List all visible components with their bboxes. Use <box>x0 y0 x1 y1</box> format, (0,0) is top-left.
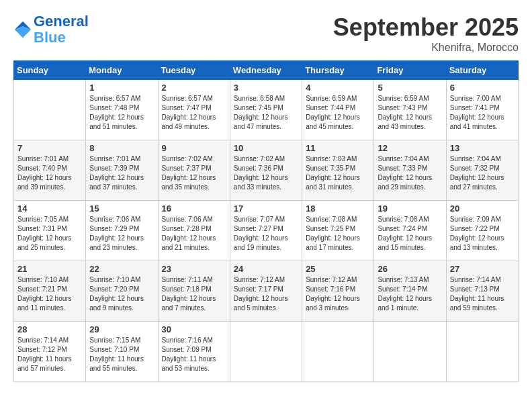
day-info: Sunrise: 6:59 AM Sunset: 7:43 PM Dayligh… <box>378 94 442 132</box>
day-number: 12 <box>378 143 442 153</box>
day-info: Sunrise: 7:10 AM Sunset: 7:20 PM Dayligh… <box>89 275 154 313</box>
calendar-cell: 15Sunrise: 7:06 AM Sunset: 7:29 PM Dayli… <box>86 201 158 261</box>
calendar-table: SundayMondayTuesdayWednesdayThursdayFrid… <box>13 60 519 382</box>
day-info: Sunrise: 7:09 AM Sunset: 7:22 PM Dayligh… <box>450 215 515 253</box>
calendar-cell: 8Sunrise: 7:01 AM Sunset: 7:39 PM Daylig… <box>86 140 158 201</box>
day-info: Sunrise: 6:58 AM Sunset: 7:45 PM Dayligh… <box>234 94 298 132</box>
day-info: Sunrise: 7:06 AM Sunset: 7:29 PM Dayligh… <box>89 215 154 253</box>
logo-line1: General <box>34 13 89 30</box>
day-info: Sunrise: 7:04 AM Sunset: 7:32 PM Dayligh… <box>450 154 515 192</box>
day-number: 28 <box>17 324 82 334</box>
day-number: 11 <box>306 143 370 153</box>
calendar-week-3: 14Sunrise: 7:05 AM Sunset: 7:31 PM Dayli… <box>14 201 519 261</box>
day-number: 30 <box>162 324 226 334</box>
day-info: Sunrise: 7:04 AM Sunset: 7:33 PM Dayligh… <box>378 154 442 192</box>
calendar-cell: 21Sunrise: 7:10 AM Sunset: 7:21 PM Dayli… <box>14 261 86 322</box>
day-number: 7 <box>17 143 82 153</box>
calendar-cell <box>302 322 374 382</box>
day-info: Sunrise: 7:12 AM Sunset: 7:17 PM Dayligh… <box>234 275 298 313</box>
day-info: Sunrise: 7:16 AM Sunset: 7:09 PM Dayligh… <box>162 336 226 373</box>
day-info: Sunrise: 6:57 AM Sunset: 7:48 PM Dayligh… <box>89 94 154 132</box>
calendar-week-2: 7Sunrise: 7:01 AM Sunset: 7:40 PM Daylig… <box>14 140 519 201</box>
calendar-cell: 6Sunrise: 7:00 AM Sunset: 7:41 PM Daylig… <box>446 80 518 140</box>
calendar-cell: 29Sunrise: 7:15 AM Sunset: 7:10 PM Dayli… <box>86 322 158 382</box>
day-info: Sunrise: 7:02 AM Sunset: 7:36 PM Dayligh… <box>234 154 298 192</box>
calendar-cell: 2Sunrise: 6:57 AM Sunset: 7:47 PM Daylig… <box>158 80 230 140</box>
calendar-week-5: 28Sunrise: 7:14 AM Sunset: 7:12 PM Dayli… <box>14 322 519 382</box>
day-info: Sunrise: 7:05 AM Sunset: 7:31 PM Dayligh… <box>17 215 82 253</box>
day-number: 15 <box>89 203 154 214</box>
day-number: 1 <box>89 83 154 93</box>
month-title: September 2025 <box>333 13 519 42</box>
calendar-week-4: 21Sunrise: 7:10 AM Sunset: 7:21 PM Dayli… <box>14 261 519 322</box>
day-info: Sunrise: 7:08 AM Sunset: 7:25 PM Dayligh… <box>306 215 370 253</box>
weekday-header-saturday: Saturday <box>446 61 518 80</box>
page-header: General Blue September 2025 Khenifra, Mo… <box>13 13 519 54</box>
day-number: 6 <box>450 83 515 93</box>
calendar-week-1: 1Sunrise: 6:57 AM Sunset: 7:48 PM Daylig… <box>14 80 519 140</box>
calendar-cell: 11Sunrise: 7:03 AM Sunset: 7:35 PM Dayli… <box>302 140 374 201</box>
day-number: 21 <box>17 264 82 274</box>
day-number: 13 <box>450 143 515 153</box>
calendar-cell <box>230 322 302 382</box>
logo-text: General Blue <box>34 13 89 46</box>
day-number: 8 <box>89 143 154 153</box>
logo-line2: Blue <box>34 29 66 46</box>
calendar-cell: 1Sunrise: 6:57 AM Sunset: 7:48 PM Daylig… <box>86 80 158 140</box>
day-number: 14 <box>17 203 82 214</box>
calendar-cell: 14Sunrise: 7:05 AM Sunset: 7:31 PM Dayli… <box>14 201 86 261</box>
day-number: 17 <box>234 203 298 214</box>
calendar-cell: 18Sunrise: 7:08 AM Sunset: 7:25 PM Dayli… <box>302 201 374 261</box>
calendar-cell: 26Sunrise: 7:13 AM Sunset: 7:14 PM Dayli… <box>374 261 446 322</box>
day-info: Sunrise: 7:01 AM Sunset: 7:40 PM Dayligh… <box>17 154 82 192</box>
day-info: Sunrise: 7:01 AM Sunset: 7:39 PM Dayligh… <box>89 154 154 192</box>
calendar-cell: 5Sunrise: 6:59 AM Sunset: 7:43 PM Daylig… <box>374 80 446 140</box>
calendar-cell: 10Sunrise: 7:02 AM Sunset: 7:36 PM Dayli… <box>230 140 302 201</box>
day-number: 23 <box>162 264 226 274</box>
day-number: 2 <box>162 83 226 93</box>
calendar-cell <box>374 322 446 382</box>
day-info: Sunrise: 7:11 AM Sunset: 7:18 PM Dayligh… <box>162 275 226 313</box>
weekday-header-tuesday: Tuesday <box>158 61 230 80</box>
calendar-cell: 20Sunrise: 7:09 AM Sunset: 7:22 PM Dayli… <box>446 201 518 261</box>
day-info: Sunrise: 7:14 AM Sunset: 7:13 PM Dayligh… <box>450 275 515 313</box>
calendar-cell: 22Sunrise: 7:10 AM Sunset: 7:20 PM Dayli… <box>86 261 158 322</box>
calendar-cell: 13Sunrise: 7:04 AM Sunset: 7:32 PM Dayli… <box>446 140 518 201</box>
calendar-cell: 27Sunrise: 7:14 AM Sunset: 7:13 PM Dayli… <box>446 261 518 322</box>
title-area: September 2025 Khenifra, Morocco <box>333 13 519 54</box>
weekday-header-friday: Friday <box>374 61 446 80</box>
day-info: Sunrise: 7:03 AM Sunset: 7:35 PM Dayligh… <box>306 154 370 192</box>
day-number: 20 <box>450 203 515 214</box>
calendar-cell: 3Sunrise: 6:58 AM Sunset: 7:45 PM Daylig… <box>230 80 302 140</box>
day-info: Sunrise: 6:57 AM Sunset: 7:47 PM Dayligh… <box>162 94 226 132</box>
calendar-cell: 4Sunrise: 6:59 AM Sunset: 7:44 PM Daylig… <box>302 80 374 140</box>
day-info: Sunrise: 7:13 AM Sunset: 7:14 PM Dayligh… <box>378 275 442 313</box>
day-info: Sunrise: 7:00 AM Sunset: 7:41 PM Dayligh… <box>450 94 515 132</box>
day-number: 19 <box>378 203 442 214</box>
day-number: 9 <box>162 143 226 153</box>
day-number: 29 <box>89 324 154 334</box>
day-number: 27 <box>450 264 515 274</box>
day-info: Sunrise: 6:59 AM Sunset: 7:44 PM Dayligh… <box>306 94 370 132</box>
day-info: Sunrise: 7:06 AM Sunset: 7:28 PM Dayligh… <box>162 215 226 253</box>
day-number: 4 <box>306 83 370 93</box>
day-info: Sunrise: 7:07 AM Sunset: 7:27 PM Dayligh… <box>234 215 298 253</box>
calendar-cell: 16Sunrise: 7:06 AM Sunset: 7:28 PM Dayli… <box>158 201 230 261</box>
day-number: 18 <box>306 203 370 214</box>
calendar-cell: 9Sunrise: 7:02 AM Sunset: 7:37 PM Daylig… <box>158 140 230 201</box>
calendar-cell: 17Sunrise: 7:07 AM Sunset: 7:27 PM Dayli… <box>230 201 302 261</box>
day-number: 16 <box>162 203 226 214</box>
weekday-header-row: SundayMondayTuesdayWednesdayThursdayFrid… <box>14 61 519 80</box>
weekday-header-monday: Monday <box>86 61 158 80</box>
logo: General Blue <box>13 13 89 46</box>
day-number: 25 <box>306 264 370 274</box>
weekday-header-thursday: Thursday <box>302 61 374 80</box>
day-info: Sunrise: 7:14 AM Sunset: 7:12 PM Dayligh… <box>17 336 82 373</box>
day-info: Sunrise: 7:15 AM Sunset: 7:10 PM Dayligh… <box>89 336 154 373</box>
logo-icon <box>13 20 32 39</box>
day-number: 22 <box>89 264 154 274</box>
day-number: 3 <box>234 83 298 93</box>
calendar-cell <box>14 80 86 140</box>
day-info: Sunrise: 7:08 AM Sunset: 7:24 PM Dayligh… <box>378 215 442 253</box>
day-info: Sunrise: 7:12 AM Sunset: 7:16 PM Dayligh… <box>306 275 370 313</box>
